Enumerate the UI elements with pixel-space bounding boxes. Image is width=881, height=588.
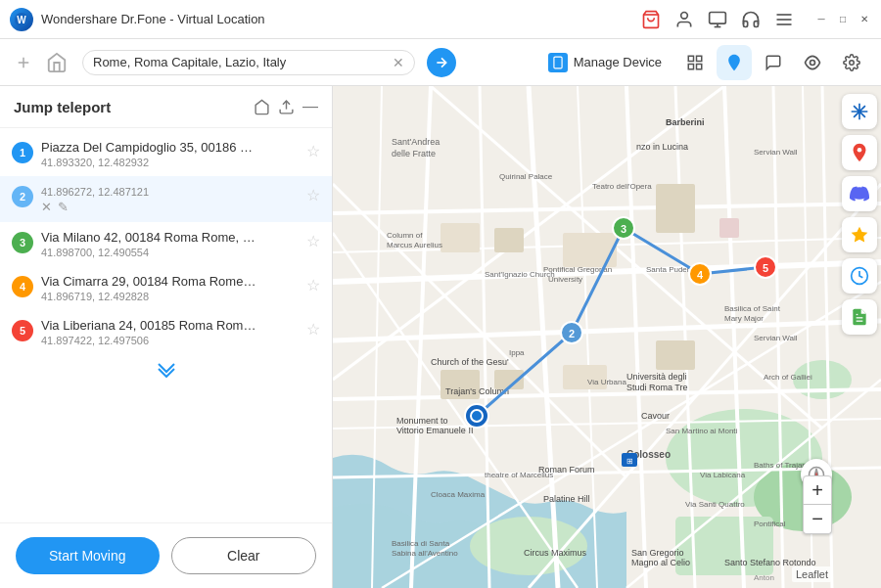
settings-icon-btn[interactable] [834, 45, 869, 80]
svg-marker-120 [852, 227, 868, 243]
clear-search-icon[interactable]: ✕ [393, 55, 404, 70]
svg-text:San Gregorio: San Gregorio [631, 548, 684, 558]
monitor-icon[interactable] [707, 9, 728, 30]
location-coords-2: 41.896272, 12.487121 [41, 186, 306, 198]
route-icon-btn[interactable] [795, 45, 830, 80]
panel-home-icon[interactable] [254, 99, 270, 115]
location-name-1: Piazza Del Campidoglio 35, 00186 Roma ..… [41, 140, 256, 155]
leaflet-credit: Leaflet [792, 566, 832, 582]
svg-text:Baths of Trajan: Baths of Trajan [754, 461, 807, 470]
svg-text:3: 3 [621, 223, 626, 235]
close-button[interactable]: ✕ [858, 13, 871, 26]
list-item[interactable]: 2 41.896272, 12.487121 ✕ ✎ ☆ [0, 176, 332, 222]
svg-text:⊞: ⊞ [626, 457, 633, 466]
svg-text:Mary Major: Mary Major [724, 314, 764, 323]
svg-text:Pontifical: Pontifical [754, 520, 786, 528]
maximize-button[interactable]: □ [836, 13, 850, 26]
add-icon [12, 51, 35, 74]
file-icon-btn[interactable] [842, 299, 877, 335]
svg-point-21 [850, 60, 855, 65]
svg-text:2: 2 [569, 328, 575, 339]
main-content: Jump teleport — 1 Piazza Del Campidoglio… [0, 86, 881, 588]
svg-text:Marcus Aurelius: Marcus Aurelius [387, 241, 442, 249]
clear-button[interactable]: Clear [171, 537, 317, 574]
discord-icon-btn[interactable] [842, 176, 877, 211]
search-container: ✕ [82, 50, 415, 75]
svg-text:Vittorio Emanuele II: Vittorio Emanuele II [396, 426, 473, 435]
google-maps-icon-btn[interactable] [842, 135, 877, 170]
panel-header: Jump teleport — [0, 86, 332, 128]
clock-icon-btn[interactable] [842, 258, 877, 294]
svg-text:Via Santi Quattro: Via Santi Quattro [685, 500, 745, 509]
svg-rect-56 [563, 233, 617, 267]
svg-rect-54 [440, 223, 480, 252]
start-moving-button[interactable]: Start Moving [16, 537, 160, 574]
location-star-4[interactable]: ☆ [306, 276, 320, 294]
panel-minimize-icon[interactable]: — [302, 98, 318, 115]
headset-icon[interactable] [740, 9, 762, 30]
svg-text:Cavour: Cavour [641, 411, 670, 421]
svg-text:University: University [548, 275, 582, 284]
grid-icon-btn[interactable] [677, 45, 713, 80]
location-star-3[interactable]: ☆ [306, 232, 320, 250]
action-edit-icon[interactable]: ✎ [58, 200, 69, 214]
snowflake-icon-btn[interactable] [842, 94, 877, 129]
minimize-button[interactable]: ─ [814, 13, 828, 26]
svg-text:Teatro dell'Opera: Teatro dell'Opera [592, 182, 652, 191]
manage-device-label: Manage Device [574, 55, 662, 69]
expand-list-button[interactable] [0, 354, 332, 385]
star-icon-btn[interactable] [842, 217, 877, 252]
svg-rect-62 [719, 218, 739, 238]
svg-text:Basilica di Santa: Basilica di Santa [392, 539, 450, 548]
location-name-4: Via Cimarra 29, 00184 Roma Rome, I... [41, 274, 256, 289]
svg-text:nzo in Lucina: nzo in Lucina [636, 142, 688, 152]
location-coords-4: 41.896719, 12.492828 [41, 291, 306, 302]
panel-export-icon[interactable] [278, 99, 295, 115]
search-input[interactable] [93, 55, 387, 69]
svg-text:delle Fratte: delle Fratte [392, 149, 436, 158]
svg-text:5: 5 [763, 262, 768, 274]
svg-rect-17 [697, 64, 702, 68]
location-badge-2: 2 [12, 186, 33, 207]
location-info-5: Via Liberiana 24, 00185 Roma Rome,... 41… [41, 318, 306, 346]
svg-text:Sabina all'Aventino: Sabina all'Aventino [392, 549, 458, 558]
location-star-2[interactable]: ☆ [306, 186, 320, 204]
zoom-out-button[interactable]: − [803, 505, 832, 534]
home-icon [43, 49, 70, 76]
left-panel: Jump teleport — 1 Piazza Del Campidoglio… [0, 86, 333, 588]
location-mode-icon-btn[interactable] [717, 45, 752, 80]
app-logo: W [10, 8, 33, 31]
svg-text:Via Labicana: Via Labicana [700, 471, 746, 479]
toolbar-nav-icons [677, 45, 869, 80]
window-controls: ─ □ ✕ [814, 13, 871, 26]
list-item[interactable]: 3 Via Milano 42, 00184 Roma Rome, It... … [0, 222, 332, 266]
location-star-1[interactable]: ☆ [306, 142, 320, 160]
svg-text:Arch of Galliei: Arch of Galliei [764, 373, 812, 382]
cart-icon[interactable] [640, 9, 662, 30]
map-area[interactable]: Sant'Andrea delle Fratte Barberini Servi… [333, 86, 881, 588]
chat-icon-btn[interactable] [756, 45, 791, 80]
svg-text:San Martino ai Monti: San Martino ai Monti [666, 427, 738, 435]
location-actions-2: ✕ ✎ [41, 200, 306, 214]
location-list: 1 Piazza Del Campidoglio 35, 00186 Roma … [0, 128, 332, 522]
svg-text:Cloaca Maxima: Cloaca Maxima [431, 490, 486, 499]
svg-text:Servian Wall: Servian Wall [754, 334, 798, 342]
location-badge-5: 5 [12, 320, 33, 341]
panel-header-icons: — [254, 98, 318, 115]
svg-rect-55 [494, 228, 524, 252]
action-close-icon[interactable]: ✕ [41, 200, 52, 214]
svg-rect-18 [688, 64, 693, 68]
location-badge-1: 1 [12, 142, 33, 163]
location-info-3: Via Milano 42, 00184 Roma Rome, It... 41… [41, 230, 306, 258]
user-icon[interactable] [673, 9, 695, 30]
location-star-5[interactable]: ☆ [306, 320, 320, 339]
list-item[interactable]: 5 Via Liberiana 24, 00185 Roma Rome,... … [0, 310, 332, 354]
zoom-in-button[interactable]: + [803, 475, 832, 505]
list-item[interactable]: 4 Via Cimarra 29, 00184 Roma Rome, I... … [0, 266, 332, 310]
svg-text:Church of the Gesu': Church of the Gesu' [431, 357, 509, 367]
map-svg: Sant'Andrea delle Fratte Barberini Servi… [333, 86, 881, 588]
manage-device-button[interactable]: Manage Device [540, 49, 670, 76]
list-item[interactable]: 1 Piazza Del Campidoglio 35, 00186 Roma … [0, 132, 332, 176]
menu-icon[interactable] [773, 9, 795, 30]
search-go-button[interactable] [427, 48, 456, 77]
